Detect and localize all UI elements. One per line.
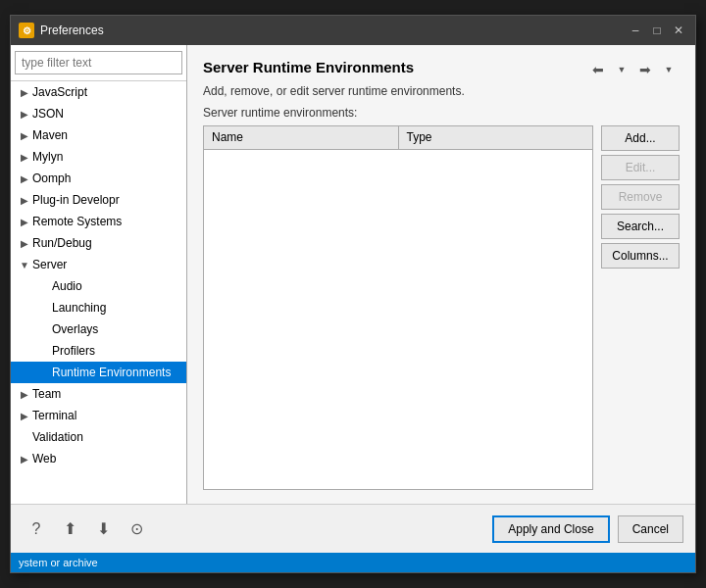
col-name-header: Name [204, 126, 399, 149]
sidebar-item-run-debug[interactable]: ▶Run/Debug [11, 232, 186, 254]
revert-button[interactable]: ⊙ [123, 515, 150, 543]
apply-close-button[interactable]: Apply and Close [492, 515, 609, 543]
table-label: Server runtime environments: [203, 106, 680, 120]
content-panel: Server Runtime Environments ⬅ ▼ ➡ ▼ Add,… [187, 45, 695, 504]
sidebar-item-label-runtime-env: Runtime Environments [52, 366, 171, 379]
tree-arrow-oomph: ▶ [19, 173, 30, 184]
tree-arrow-team: ▶ [19, 389, 30, 400]
sidebar-item-mylyn[interactable]: ▶Mylyn [11, 146, 186, 168]
minimize-button[interactable]: – [627, 22, 644, 39]
environments-table: Name Type [203, 125, 593, 490]
sidebar-item-label-profilers: Profilers [52, 344, 95, 358]
sidebar-item-label-run-debug: Run/Debug [32, 236, 92, 250]
sidebar-item-launching[interactable]: Launching [11, 297, 186, 318]
sidebar-item-label-validation: Validation [32, 430, 83, 444]
tree-arrow-json: ▶ [19, 109, 30, 120]
back-dropdown-button[interactable]: ▼ [611, 59, 632, 80]
status-text: ystem or archive [19, 557, 98, 568]
close-button[interactable]: ✕ [670, 22, 687, 39]
sidebar-item-server[interactable]: ▼Server [11, 254, 186, 275]
sidebar-item-label-mylyn: Mylyn [32, 150, 63, 164]
content-description: Add, remove, or edit server runtime envi… [203, 84, 680, 98]
sidebar-item-label-maven: Maven [32, 128, 68, 142]
forward-button[interactable]: ➡ [634, 59, 656, 80]
bottom-right-actions: Apply and Close Cancel [492, 515, 683, 543]
sidebar-item-json[interactable]: ▶JSON [11, 103, 186, 124]
help-button[interactable]: ? [23, 515, 50, 543]
bottom-bar: ? ⬆ ⬇ ⊙ Apply and Close Cancel [11, 504, 695, 553]
search-box [11, 45, 186, 81]
sidebar-item-label-team: Team [32, 387, 61, 401]
search-input[interactable] [15, 51, 182, 74]
sidebar-item-terminal[interactable]: ▶Terminal [11, 405, 186, 426]
sidebar-item-audio[interactable]: Audio [11, 275, 186, 297]
sidebar-item-overlays[interactable]: Overlays [11, 318, 186, 340]
tree-arrow-run-debug: ▶ [19, 238, 30, 249]
columns-button[interactable]: Columns... [601, 243, 680, 269]
sidebar-item-plugin-dev[interactable]: ▶Plug-in Developr [11, 189, 186, 211]
table-header: Name Type [204, 126, 592, 150]
tree-arrow-web: ▶ [19, 454, 30, 465]
import-button[interactable]: ⬇ [89, 515, 117, 543]
tree-arrow-plugin-dev: ▶ [19, 195, 30, 206]
sidebar-item-javascript[interactable]: ▶JavaScript [11, 81, 186, 103]
content-title: Server Runtime Environments [203, 59, 414, 75]
sidebar: ▶JavaScript▶JSON▶Maven▶Mylyn▶Oomph▶Plug-… [11, 45, 187, 504]
preferences-icon: ⚙ [19, 23, 34, 38]
bottom-left-icons: ? ⬆ ⬇ ⊙ [23, 515, 150, 543]
sidebar-item-label-remote-systems: Remote Systems [32, 215, 122, 228]
sidebar-item-label-launching: Launching [52, 301, 106, 315]
tree-arrow-server: ▼ [19, 260, 30, 270]
window-controls: – □ ✕ [627, 22, 687, 39]
sidebar-item-label-plugin-dev: Plug-in Developr [32, 193, 120, 207]
preferences-dialog: ⚙ Preferences – □ ✕ ▶JavaScript▶JSON▶Mav… [10, 15, 696, 573]
table-action-buttons: Add... Edit... Remove Search... Columns.… [601, 125, 680, 490]
sidebar-item-label-overlays: Overlays [52, 322, 98, 336]
sidebar-item-label-web: Web [32, 452, 56, 466]
title-bar: ⚙ Preferences – □ ✕ [11, 16, 695, 45]
sidebar-item-label-oomph: Oomph [32, 172, 71, 185]
maximize-button[interactable]: □ [648, 22, 666, 39]
back-button[interactable]: ⬅ [587, 59, 609, 80]
sidebar-item-runtime-env[interactable]: Runtime Environments [11, 362, 186, 383]
tree-arrow-terminal: ▶ [19, 411, 30, 421]
content-toolbar: ⬅ ▼ ➡ ▼ [587, 59, 680, 80]
forward-dropdown-button[interactable]: ▼ [658, 59, 680, 80]
sidebar-item-label-json: JSON [32, 107, 64, 121]
tree-arrow-remote-systems: ▶ [19, 217, 30, 227]
sidebar-item-maven[interactable]: ▶Maven [11, 124, 186, 146]
sidebar-item-label-server: Server [32, 258, 67, 271]
dialog-body: ▶JavaScript▶JSON▶Maven▶Mylyn▶Oomph▶Plug-… [11, 45, 695, 504]
title-bar-left: ⚙ Preferences [19, 23, 104, 38]
table-body [204, 150, 592, 489]
sidebar-item-label-audio: Audio [52, 279, 82, 293]
add-button[interactable]: Add... [601, 125, 680, 151]
tree-arrow-javascript: ▶ [19, 87, 30, 98]
sidebar-item-web[interactable]: ▶Web [11, 448, 186, 469]
edit-button[interactable]: Edit... [601, 155, 680, 180]
cancel-button[interactable]: Cancel [618, 515, 683, 543]
sidebar-item-team[interactable]: ▶Team [11, 383, 186, 405]
sidebar-item-profilers[interactable]: Profilers [11, 340, 186, 362]
search-button[interactable]: Search... [601, 214, 680, 239]
sidebar-item-label-javascript: JavaScript [32, 85, 87, 99]
tree-arrow-maven: ▶ [19, 130, 30, 141]
sidebar-item-remote-systems[interactable]: ▶Remote Systems [11, 211, 186, 232]
table-area: Name Type Add... Edit... Remove Search..… [203, 125, 680, 490]
sidebar-item-oomph[interactable]: ▶Oomph [11, 168, 186, 189]
sidebar-item-validation[interactable]: Validation [11, 426, 186, 448]
tree-area: ▶JavaScript▶JSON▶Maven▶Mylyn▶Oomph▶Plug-… [11, 81, 186, 504]
sidebar-item-label-terminal: Terminal [32, 409, 76, 422]
tree-arrow-mylyn: ▶ [19, 152, 30, 163]
dialog-title: Preferences [40, 24, 104, 37]
col-type-header: Type [399, 126, 593, 149]
remove-button[interactable]: Remove [601, 184, 680, 210]
export-button[interactable]: ⬆ [56, 515, 83, 543]
status-bar: ystem or archive [11, 553, 695, 572]
